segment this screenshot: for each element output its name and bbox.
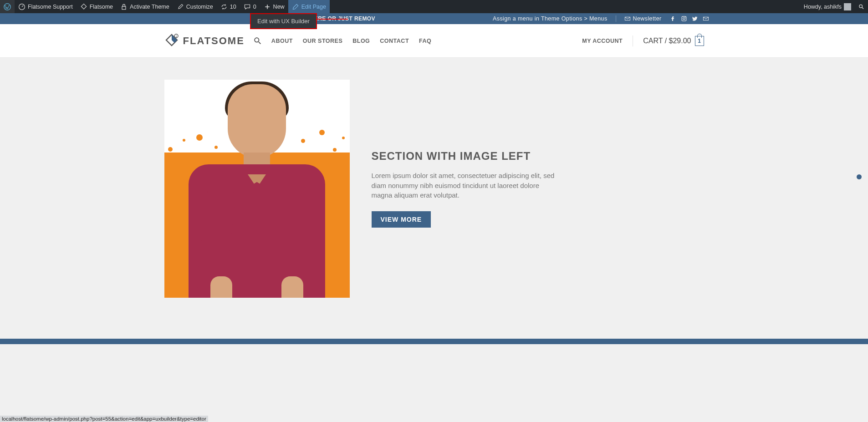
- wordpress-icon: [4, 3, 11, 10]
- logo-text: FLATSOME: [183, 35, 245, 47]
- pencil-icon: [292, 3, 299, 10]
- logo-mark-icon: 3: [164, 33, 179, 48]
- adminbar-comments[interactable]: 0: [240, 0, 260, 13]
- svg-point-7: [685, 17, 685, 17]
- section-image-left: SECTION WITH IMAGE LEFT Lorem ipsum dolo…: [164, 80, 704, 298]
- cart-badge-icon: 1: [695, 36, 704, 46]
- svg-point-0: [4, 3, 10, 10]
- adminbar-label: Flatsome: [90, 4, 113, 10]
- adminbar-updates[interactable]: 10: [217, 0, 240, 13]
- refresh-icon: [220, 3, 228, 10]
- nav-about[interactable]: ABOUT: [271, 38, 293, 44]
- twitter-icon[interactable]: [692, 15, 698, 22]
- nav-contact[interactable]: CONTACT: [380, 38, 409, 44]
- adminbar-label: 0: [253, 4, 256, 10]
- page-content: SECTION WITH IMAGE LEFT Lorem ipsum dolo…: [158, 58, 711, 339]
- adminbar-greeting[interactable]: Howdy, ashikfs: [800, 0, 855, 13]
- section-body: Lorem ipsum dolor sit amet, consectetuer…: [372, 171, 556, 200]
- main-nav: ABOUT OUR STORES BLOG CONTACT FAQ: [254, 37, 431, 45]
- topbar: ADD ANYTHING HERE OR JUST REMOV Assign a…: [0, 13, 868, 24]
- adminbar-label: Activate Theme: [130, 4, 169, 10]
- scroll-indicator-dot[interactable]: [857, 174, 862, 179]
- flatsome-icon: [80, 3, 87, 10]
- separator: [633, 36, 633, 46]
- greeting-text: Howdy, ashikfs: [804, 4, 842, 10]
- logo[interactable]: 3 FLATSOME: [164, 33, 245, 48]
- newsletter-label: Newsletter: [633, 15, 662, 22]
- facebook-icon[interactable]: [670, 15, 676, 22]
- newsletter-link[interactable]: Newsletter: [624, 15, 662, 22]
- adminbar-edit-page[interactable]: Edit Page: [288, 0, 330, 13]
- nav-faq[interactable]: FAQ: [419, 38, 431, 44]
- adminbar-activate-theme[interactable]: Activate Theme: [117, 0, 173, 13]
- svg-text:3: 3: [175, 35, 177, 38]
- adminbar-customize[interactable]: Customize: [173, 0, 217, 13]
- adminbar-label: Customize: [186, 4, 213, 10]
- search-icon: [858, 3, 864, 10]
- adminbar-label: 10: [230, 4, 236, 10]
- adminbar-flatsome[interactable]: Flatsome: [77, 0, 117, 13]
- section-title: SECTION WITH IMAGE LEFT: [372, 150, 556, 163]
- instagram-icon[interactable]: [681, 15, 687, 22]
- mail-icon: [624, 15, 631, 22]
- adminbar-label: Edit Page: [301, 4, 326, 10]
- adminbar-flatsome-support[interactable]: Flatsome Support: [15, 0, 77, 13]
- dashboard-icon: [18, 3, 26, 10]
- adminbar-new[interactable]: New: [260, 0, 288, 13]
- adminbar-label: New: [273, 4, 285, 10]
- lock-icon: [120, 3, 128, 10]
- topbar-menu-link[interactable]: Assign a menu in Theme Options > Menus: [493, 15, 608, 22]
- site-header: 3 FLATSOME ABOUT OUR STORES BLOG CONTACT…: [0, 24, 868, 58]
- cart-link[interactable]: CART / $29.00 1: [643, 36, 704, 46]
- svg-point-11: [255, 38, 259, 42]
- header-right: MY ACCOUNT CART / $29.00 1: [582, 36, 704, 46]
- separator: [616, 15, 616, 22]
- edit-with-ux-builder-dropdown[interactable]: Edit with UX Builder: [250, 13, 317, 29]
- social-icons: [670, 15, 709, 22]
- search-icon[interactable]: [254, 37, 261, 45]
- wp-admin-bar: Flatsome Support Flatsome Activate Theme…: [0, 0, 868, 13]
- svg-point-3: [859, 5, 863, 8]
- view-more-button[interactable]: VIEW MORE: [372, 211, 431, 228]
- avatar: [844, 3, 851, 10]
- cart-count: 1: [698, 38, 701, 44]
- section-image: [164, 80, 350, 298]
- plus-icon: [264, 3, 271, 10]
- brush-icon: [177, 3, 184, 10]
- mail-icon[interactable]: [703, 15, 709, 22]
- nav-our-stores[interactable]: OUR STORES: [303, 38, 342, 44]
- svg-point-6: [683, 18, 684, 20]
- adminbar-label: Flatsome Support: [28, 4, 73, 10]
- comment-icon: [244, 3, 251, 10]
- cart-label: CART / $29.00: [643, 37, 691, 45]
- nav-blog[interactable]: BLOG: [352, 38, 370, 44]
- adminbar-search[interactable]: [855, 0, 868, 13]
- wp-logo[interactable]: [0, 0, 15, 13]
- my-account-link[interactable]: MY ACCOUNT: [582, 38, 623, 44]
- svg-rect-2: [122, 6, 126, 9]
- section-text: SECTION WITH IMAGE LEFT Lorem ipsum dolo…: [372, 150, 556, 228]
- person-illustration: [184, 80, 330, 298]
- footer-band: [0, 339, 868, 344]
